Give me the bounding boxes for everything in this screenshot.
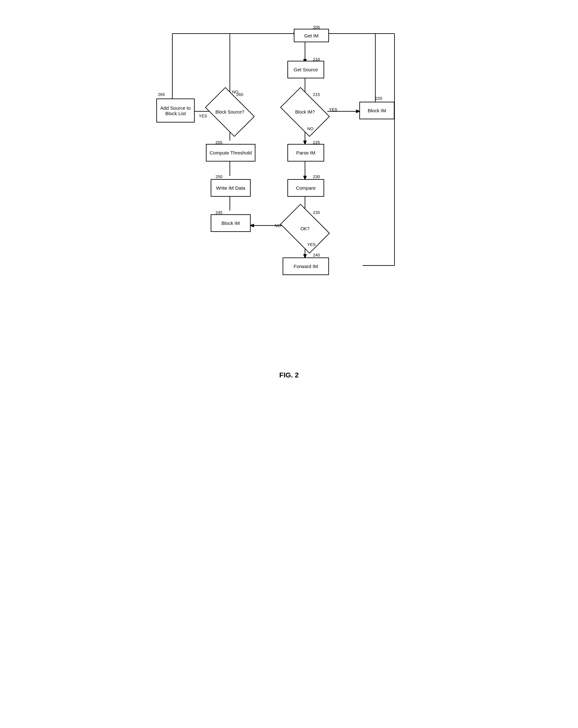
- label-220: 220: [375, 96, 382, 101]
- figure-label: FIG. 2: [145, 371, 433, 379]
- box-get-source: Get Source: [287, 61, 324, 78]
- label-no-ok: NO: [275, 223, 281, 228]
- label-230: 230: [313, 174, 320, 179]
- box-parse-im: Parse IM: [287, 144, 324, 161]
- diamond-block-im-q: Block IM?: [284, 98, 326, 126]
- label-yes-block-im: YES: [329, 107, 337, 112]
- diamond-ok-q: OK?: [284, 214, 326, 243]
- box-add-source: Add Source to Block List: [156, 99, 195, 123]
- box-write-im-data: Write IM Data: [211, 179, 251, 197]
- diamond-block-source-q: Block Source?: [209, 98, 251, 126]
- label-215: 215: [313, 92, 320, 97]
- box-get-im: Get IM: [294, 29, 329, 42]
- label-no-block-im: NO: [307, 126, 313, 131]
- flowchart-diagram: 205 Get IM 210 Get Source 215 Block IM? …: [152, 13, 426, 365]
- label-250: 250: [216, 174, 222, 179]
- box-block-im-245: Block IM: [211, 214, 251, 232]
- box-block-im-220: Block IM: [359, 102, 394, 119]
- box-forward-im: Forward IM: [283, 258, 329, 275]
- label-yes-ok: YES: [307, 242, 315, 247]
- label-no-block-source: NO: [232, 89, 239, 94]
- box-compare: Compare: [287, 179, 324, 197]
- label-265: 265: [158, 92, 165, 97]
- box-compute-threshold: Compute Threshold: [206, 144, 255, 161]
- page-container: 205 Get IM 210 Get Source 215 Block IM? …: [145, 6, 433, 386]
- label-240: 240: [313, 253, 320, 258]
- label-yes-block-source: YES: [199, 113, 207, 118]
